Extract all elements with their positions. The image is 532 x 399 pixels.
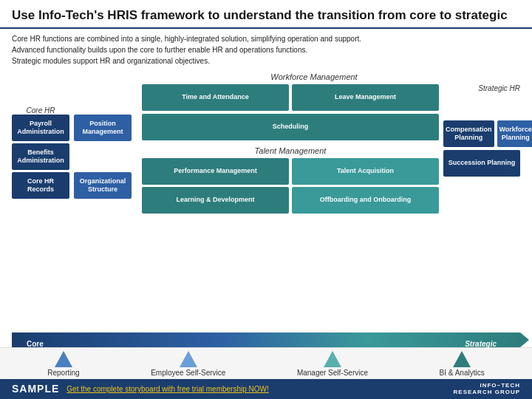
time-attendance-box: Time and Attendance — [142, 84, 289, 111]
arrow-bar: Core Strategic — [0, 332, 532, 347]
core-records-box: Core HR Records — [12, 172, 69, 199]
talent-management-label: Talent Management — [142, 146, 439, 155]
talent-row: Performance Management Talent Acquisitio… — [142, 158, 439, 185]
header: Use Info-Tech's HRIS framework to unders… — [0, 0, 532, 29]
desc-line2: Advanced functionality builds upon the c… — [12, 44, 520, 55]
succession-planning-box: Succession Planning — [443, 150, 520, 177]
bi-analytics-icon-item: BI & Analytics — [440, 351, 485, 377]
page: Use Info-Tech's HRIS framework to unders… — [0, 0, 532, 399]
talent-acquisition-box: Talent Acquisition — [292, 158, 439, 185]
core-hr-label: Core HR — [12, 106, 69, 115]
desc-line1: Core HR functions are combined into a si… — [12, 33, 520, 44]
strategic-top-row: Compensation Planning Workforce Planning — [443, 120, 520, 147]
offboarding-box: Offboarding and Onboarding — [292, 187, 439, 214]
learning-box: Learning & Development — [142, 187, 289, 214]
compensation-planning-box: Compensation Planning — [443, 120, 494, 147]
logo-line2: RESEARCH GROUP — [454, 389, 520, 396]
succession-row: Succession Planning — [443, 150, 520, 177]
scheduling-box: Scheduling — [142, 114, 439, 140]
footer-link[interactable]: Get the complete storyboard with free tr… — [66, 385, 446, 393]
arrow-track: Core Strategic — [12, 332, 520, 347]
diagram-area: Workforce Management Core HR Payroll Adm… — [0, 69, 532, 328]
ess-label: Employee Self-Service — [151, 369, 225, 377]
workforce-planning-box: Workforce Planning — [497, 120, 532, 147]
benefits-box: Benefits Administration — [12, 143, 69, 170]
org-structure-box: Organizational Structure — [74, 172, 132, 199]
center-col: Time and Attendance Leave Management Sch… — [142, 84, 439, 214]
bottom-icons: Reporting Employee Self-Service Manager … — [0, 347, 532, 379]
performance-box: Performance Management — [142, 158, 289, 185]
strategic-label: Strategic — [462, 340, 499, 348]
description-block: Core HR functions are combined into a si… — [0, 29, 532, 69]
top-wf-row: Time and Attendance Leave Management — [142, 84, 439, 111]
bi-triangle-icon — [453, 351, 471, 367]
payroll-box: Payroll Administration — [12, 115, 69, 141]
reporting-label: Reporting — [47, 369, 79, 377]
reporting-icon-item: Reporting — [47, 351, 79, 377]
ess-triangle-icon — [180, 351, 197, 367]
mss-triangle-icon — [324, 351, 341, 367]
strategic-hr-label: Strategic HR — [443, 84, 520, 92]
learning-row: Learning & Development Offboarding and O… — [142, 187, 439, 214]
mss-label: Manager Self-Service — [297, 369, 368, 377]
desc-line3: Strategic modules support HR and organiz… — [12, 55, 520, 66]
reporting-triangle-icon — [55, 351, 72, 367]
footer-logo: INFO~TECH RESEARCH GROUP — [454, 382, 520, 396]
leave-management-box: Leave Management — [292, 84, 439, 111]
bi-label: BI & Analytics — [440, 369, 485, 377]
logo-line1: INFO~TECH — [454, 382, 520, 389]
workforce-management-label: Workforce Management — [108, 72, 520, 81]
diagram: Core HR Payroll Administration Position … — [12, 84, 520, 214]
manager-self-service-icon-item: Manager Self-Service — [297, 351, 368, 377]
position-box: Position Management — [74, 115, 132, 141]
page-title: Use Info-Tech's HRIS framework to unders… — [12, 7, 520, 23]
employee-self-service-icon-item: Employee Self-Service — [151, 351, 225, 377]
core-label: Core — [24, 340, 47, 348]
footer: SAMPLE Get the complete storyboard with … — [0, 379, 532, 399]
scheduling-row: Scheduling — [142, 114, 439, 140]
sample-label: SAMPLE — [12, 383, 59, 395]
strategic-col: Strategic HR Compensation Planning Workf… — [443, 84, 520, 177]
